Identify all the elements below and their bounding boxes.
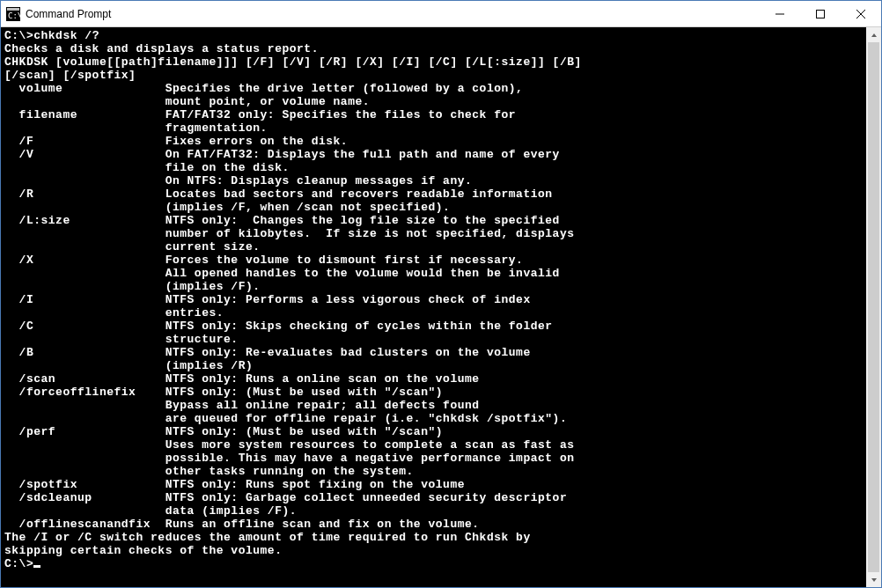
titlebar[interactable]: C:\ Command Prompt (1, 1, 881, 27)
prompt-text: C:\> (4, 557, 33, 570)
param-line: On NTFS: Displays cleanup messages if an… (4, 174, 863, 187)
svg-text:C:\: C:\ (8, 11, 20, 20)
app-icon: C:\ (6, 7, 20, 21)
param-line: filename FAT/FAT32 only: Specifies the f… (4, 108, 863, 121)
param-line: fragmentation. (4, 121, 863, 135)
param-line: /offlinescanandfix Runs an offline scan … (4, 518, 863, 531)
param-line: (implies /F, when /scan not specified). (4, 201, 863, 214)
param-line: /forceofflinefix NTFS only: (Must be use… (4, 386, 863, 399)
maximize-button[interactable] (800, 1, 841, 26)
param-line: Bypass all online repair; all defects fo… (4, 399, 863, 412)
output-line: [/scan] [/spotfix] (4, 69, 863, 82)
scroll-thumb[interactable] (868, 42, 879, 572)
param-line: structure. (4, 333, 863, 346)
svg-marker-7 (871, 33, 877, 37)
svg-rect-1 (7, 8, 19, 11)
param-line: data (implies /F). (4, 504, 863, 518)
scroll-track[interactable] (866, 42, 881, 572)
window-controls (760, 1, 881, 26)
param-line: volume Specifies the drive letter (follo… (4, 82, 863, 95)
param-line: file on the disk. (4, 161, 863, 174)
param-line: entries. (4, 306, 863, 320)
param-line: possible. This may have a negative perfo… (4, 452, 863, 465)
param-line: are queued for offline repair (i.e. "chk… (4, 412, 863, 425)
param-line: mount point, or volume name. (4, 95, 863, 108)
param-line: /perf NTFS only: (Must be used with "/sc… (4, 425, 863, 438)
scroll-down-button[interactable] (866, 572, 881, 587)
param-line: other tasks running on the system. (4, 465, 863, 478)
param-line: (implies /F). (4, 280, 863, 293)
param-line: All opened handles to the volume would t… (4, 267, 863, 280)
param-line: /spotfix NTFS only: Runs spot fixing on … (4, 478, 863, 491)
command-text: chkdsk /? (33, 29, 99, 42)
param-line: /sdcleanup NTFS only: Garbage collect un… (4, 491, 863, 504)
console-output[interactable]: C:\>chkdsk /?Checks a disk and displays … (1, 27, 866, 587)
param-line: number of kilobytes. If size is not spec… (4, 227, 863, 240)
param-line: /scan NTFS only: Runs a online scan on t… (4, 372, 863, 386)
prompt-text: C:\> (4, 29, 33, 42)
console-area: C:\>chkdsk /?Checks a disk and displays … (1, 27, 881, 587)
scroll-up-button[interactable] (866, 27, 881, 42)
close-button[interactable] (841, 1, 881, 26)
param-line: current size. (4, 240, 863, 254)
cursor (33, 565, 40, 568)
param-line: /R Locates bad sectors and recovers read… (4, 187, 863, 201)
vertical-scrollbar[interactable] (866, 27, 881, 587)
param-line: /B NTFS only: Re-evaluates bad clusters … (4, 346, 863, 359)
minimize-button[interactable] (760, 1, 800, 26)
param-line: /F Fixes errors on the disk. (4, 135, 863, 148)
command-prompt-window: C:\ Command Prompt C:\>chkdsk /?Checks a… (0, 0, 882, 588)
window-title: Command Prompt (26, 8, 760, 20)
param-line: /L:size NTFS only: Changes the log file … (4, 214, 863, 227)
svg-marker-8 (871, 578, 877, 582)
param-line: /V On FAT/FAT32: Displays the full path … (4, 148, 863, 161)
param-line: /C NTFS only: Skips checking of cycles w… (4, 320, 863, 333)
param-line: /I NTFS only: Performs a less vigorous c… (4, 293, 863, 306)
param-line: (implies /R) (4, 359, 863, 372)
output-line: skipping certain checks of the volume. (4, 544, 863, 557)
output-line: The /I or /C switch reduces the amount o… (4, 531, 863, 544)
param-line: /X Forces the volume to dismount first i… (4, 254, 863, 267)
output-line: CHKDSK [volume[[path]filename]]] [/F] [/… (4, 55, 863, 69)
output-line: Checks a disk and displays a status repo… (4, 42, 863, 55)
param-line: Uses more system resources to complete a… (4, 438, 863, 452)
svg-rect-4 (817, 10, 825, 18)
